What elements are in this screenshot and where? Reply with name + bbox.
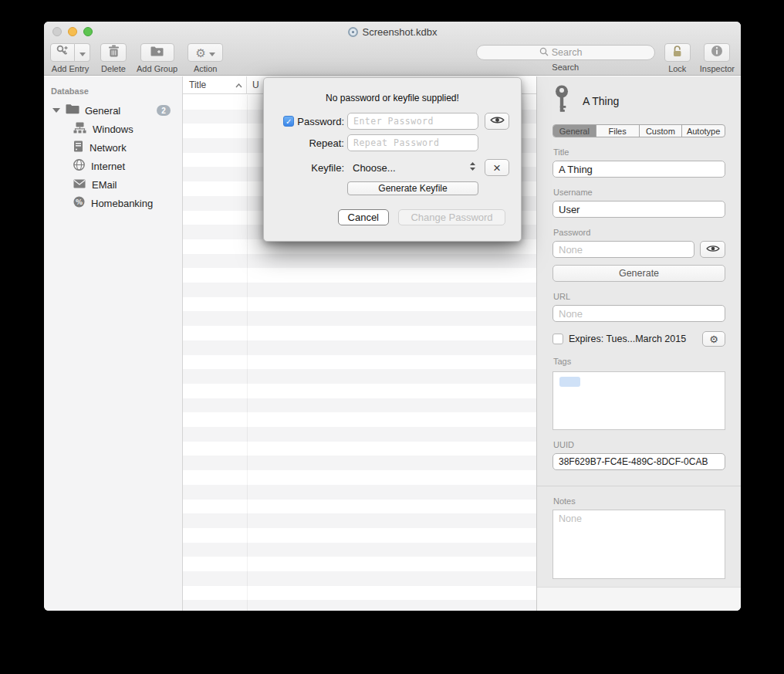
- sidebar-item-internet[interactable]: Internet: [44, 157, 182, 175]
- inspector-panel: A Thing General Files Custom Autotype Ti…: [536, 76, 741, 611]
- expires-checkbox[interactable]: [553, 334, 563, 344]
- action-label: Action: [194, 64, 218, 73]
- password-field[interactable]: [553, 241, 694, 258]
- sidebar-item-network[interactable]: Network: [44, 138, 182, 157]
- disclosure-triangle-icon[interactable]: [52, 108, 60, 113]
- toolbar: Add Entry Delete Add Group: [44, 42, 741, 73]
- tags-field[interactable]: [553, 371, 725, 430]
- column-divider: [247, 95, 248, 611]
- envelope-icon: [73, 179, 86, 191]
- add-group-button[interactable]: [140, 43, 174, 62]
- sidebar-item-label: Homebanking: [91, 198, 153, 209]
- sidebar: Database General 2 Windows Network: [44, 76, 183, 611]
- document-icon: [348, 27, 358, 37]
- entry-title: A Thing: [583, 95, 619, 107]
- change-password-dialog: No password or keyfile supplied! ✓ Passw…: [263, 77, 522, 242]
- entry-count-badge: 2: [157, 105, 171, 116]
- unlocked-padlock-icon: [671, 45, 683, 60]
- sidebar-item-label: Windows: [93, 124, 133, 135]
- tab-autotype[interactable]: Autotype: [681, 125, 725, 137]
- password-checkbox[interactable]: ✓: [283, 116, 294, 127]
- sidebar-item-email[interactable]: EMail: [44, 175, 182, 194]
- close-button[interactable]: [52, 27, 62, 36]
- delete-button[interactable]: [100, 43, 127, 62]
- svg-text:%: %: [76, 198, 83, 206]
- title-field[interactable]: [553, 161, 725, 178]
- search-field[interactable]: [476, 45, 655, 60]
- tag-chip[interactable]: [559, 377, 580, 387]
- sidebar-group-label: General: [85, 105, 120, 117]
- add-entry-button[interactable]: [50, 43, 75, 62]
- repeat-password-input[interactable]: [347, 134, 478, 151]
- globe-icon: [73, 159, 85, 173]
- dialog-repeat-label: Repeat:: [309, 137, 344, 149]
- keyfile-popup-value: Choose...: [353, 162, 396, 174]
- inspector-button[interactable]: [704, 43, 730, 62]
- gear-icon: ⚙: [195, 47, 205, 59]
- enter-password-input[interactable]: [347, 113, 478, 130]
- reveal-dialog-password-button[interactable]: [485, 113, 509, 130]
- minimize-button[interactable]: [68, 27, 77, 36]
- eye-icon: [706, 242, 720, 256]
- percent-circle-icon: %: [73, 196, 85, 210]
- username-label: Username: [553, 188, 725, 197]
- column-header-username[interactable]: U: [247, 80, 259, 90]
- window-chrome: Screenshot.kdbx Add Ent: [44, 22, 741, 76]
- eye-icon: [490, 114, 505, 128]
- lock-button[interactable]: [664, 43, 691, 62]
- search-label: Search: [552, 63, 579, 72]
- chevron-down-icon: [209, 46, 215, 59]
- uuid-field[interactable]: [553, 453, 725, 470]
- sidebar-item-label: Internet: [91, 161, 125, 172]
- url-label: URL: [553, 292, 725, 301]
- key-plus-icon: [56, 45, 69, 60]
- stepper-icon: [469, 161, 476, 174]
- notes-label: Notes: [553, 496, 725, 506]
- tab-custom[interactable]: Custom: [639, 125, 682, 137]
- notes-field[interactable]: [553, 510, 725, 579]
- divider: [537, 486, 741, 486]
- sidebar-item-windows[interactable]: Windows: [44, 120, 182, 138]
- close-x-icon: ×: [493, 161, 501, 174]
- action-button[interactable]: ⚙: [188, 43, 223, 62]
- inspector-tabs: General Files Custom Autotype: [553, 124, 725, 137]
- sidebar-item-homebanking[interactable]: % Homebanking: [44, 194, 182, 212]
- generate-password-button[interactable]: Generate: [553, 265, 725, 282]
- username-field[interactable]: [553, 201, 725, 218]
- check-icon: ✓: [286, 117, 292, 126]
- windows-network-icon: [73, 122, 86, 136]
- gear-icon: ⚙: [709, 334, 718, 344]
- add-entry-dropdown-button[interactable]: [75, 43, 90, 62]
- change-password-button[interactable]: Change Password: [398, 209, 505, 225]
- folder-icon: [66, 103, 79, 117]
- search-input[interactable]: [552, 47, 592, 58]
- sidebar-group-general[interactable]: General 2: [44, 101, 182, 120]
- zoom-button[interactable]: [83, 27, 93, 36]
- delete-label: Delete: [101, 64, 126, 73]
- dialog-keyfile-label: Keyfile:: [311, 162, 344, 174]
- inspector-footer: [537, 587, 741, 611]
- tab-files[interactable]: Files: [596, 125, 639, 137]
- reveal-password-button[interactable]: [700, 241, 725, 258]
- url-field[interactable]: [553, 305, 725, 322]
- app-window: Screenshot.kdbx Add Ent: [44, 22, 741, 611]
- tab-general[interactable]: General: [553, 125, 596, 137]
- column-header-title[interactable]: Title: [183, 76, 247, 93]
- dialog-message: No password or keyfile supplied!: [264, 93, 521, 103]
- keyfile-popup[interactable]: Choose...: [347, 159, 478, 176]
- sidebar-item-label: Network: [90, 142, 127, 154]
- clear-keyfile-button[interactable]: ×: [485, 159, 509, 176]
- sidebar-section-header: Database: [51, 86, 182, 96]
- title-label: Title: [553, 147, 725, 157]
- info-icon: [711, 45, 723, 60]
- inspector-label: Inspector: [700, 64, 735, 73]
- chevron-down-icon: [79, 46, 86, 59]
- titlebar[interactable]: Screenshot.kdbx: [44, 22, 741, 42]
- cancel-button[interactable]: Cancel: [338, 209, 389, 225]
- password-label: Password: [553, 228, 725, 237]
- search-icon: [539, 46, 549, 59]
- generate-keyfile-button[interactable]: Generate Keyfile: [347, 181, 478, 195]
- expires-options-button[interactable]: ⚙: [702, 331, 725, 347]
- window-title: Screenshot.kdbx: [363, 26, 438, 38]
- traffic-lights: [52, 27, 93, 36]
